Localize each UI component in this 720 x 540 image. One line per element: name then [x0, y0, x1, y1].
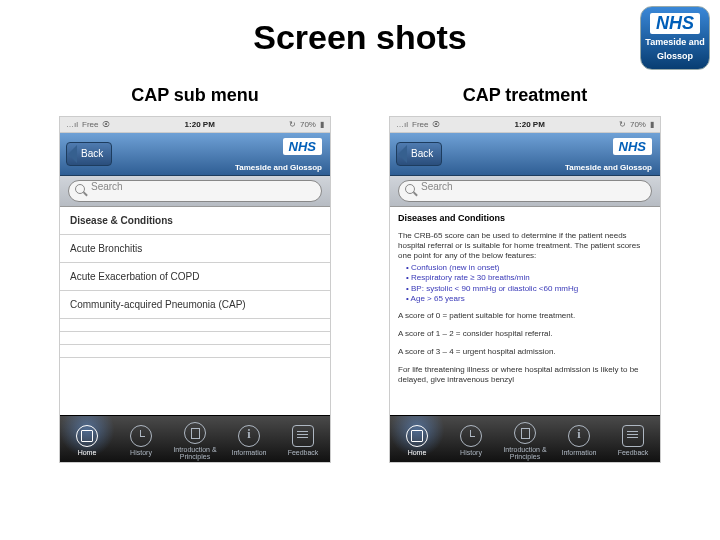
right-column: CAP treatment …ıl Free ⦿ 1:20 PM ↻ 70% ▮…: [375, 85, 675, 463]
back-button[interactable]: Back: [66, 142, 112, 166]
left-column: CAP sub menu …ıl Free ⦿ 1:20 PM ↻ 70% ▮ …: [45, 85, 345, 463]
refresh-icon: ↻: [619, 120, 626, 129]
status-bar: …ıl Free ⦿ 1:20 PM ↻ 70% ▮: [390, 117, 660, 133]
detail-bullet: Age > 65 years: [390, 294, 660, 304]
nhs-corner-logo: NHS Tameside and Glossop: [640, 6, 710, 70]
wifi-icon: ⦿: [432, 120, 440, 129]
nav-subtitle: Tameside and Glossop: [565, 163, 652, 172]
tab-history[interactable]: History: [114, 416, 168, 462]
detail-paragraph: The CRB-65 score can be used to determin…: [390, 225, 660, 263]
detail-view: Diseases and Conditions The CRB-65 score…: [390, 207, 660, 387]
menu-list: Disease & Conditions Acute Bronchitis Ac…: [60, 207, 330, 358]
history-icon: [130, 425, 152, 447]
search-bar: Search: [60, 176, 330, 207]
slide-title: Screen shots: [0, 18, 720, 57]
tab-home[interactable]: Home: [60, 416, 114, 462]
carrier-label: Free: [412, 120, 428, 129]
intro-icon: [514, 422, 536, 444]
detail-paragraph: For life threatening illness or where ho…: [390, 359, 660, 387]
tab-feedback[interactable]: Feedback: [606, 416, 660, 462]
info-icon: [568, 425, 590, 447]
back-button[interactable]: Back: [396, 142, 442, 166]
left-phone-screenshot: …ıl Free ⦿ 1:20 PM ↻ 70% ▮ Back NHS Tame…: [59, 116, 331, 463]
signal-icon: …ıl: [396, 120, 408, 129]
intro-icon: [184, 422, 206, 444]
nhs-sub1: Tameside and: [641, 38, 709, 48]
refresh-icon: ↻: [289, 120, 296, 129]
score-line: A score of 1 – 2 = consider hospital ref…: [390, 323, 660, 341]
search-placeholder: Search: [91, 181, 123, 192]
carrier-label: Free: [82, 120, 98, 129]
detail-bullet: BP: systolic < 90 mmHg or diastolic <60 …: [390, 284, 660, 294]
battery-pct: 70%: [300, 120, 316, 129]
nhs-text: NHS: [650, 13, 700, 34]
list-item-empty: [60, 332, 330, 345]
list-item-empty: [60, 319, 330, 332]
status-bar: …ıl Free ⦿ 1:20 PM ↻ 70% ▮: [60, 117, 330, 133]
search-icon: [405, 184, 415, 194]
tab-feedback[interactable]: Feedback: [276, 416, 330, 462]
history-icon: [460, 425, 482, 447]
nav-subtitle: Tameside and Glossop: [235, 163, 322, 172]
search-bar: Search: [390, 176, 660, 207]
tab-bar: Home History Introduction & Principles I…: [60, 415, 330, 462]
tab-home[interactable]: Home: [390, 416, 444, 462]
tab-intro[interactable]: Introduction & Principles: [168, 416, 222, 462]
battery-icon: ▮: [320, 120, 324, 129]
search-placeholder: Search: [421, 181, 453, 192]
nav-brand: NHS: [283, 138, 322, 155]
tab-history[interactable]: History: [444, 416, 498, 462]
search-input[interactable]: Search: [68, 180, 322, 202]
right-phone-screenshot: …ıl Free ⦿ 1:20 PM ↻ 70% ▮ Back NHS Tame…: [389, 116, 661, 463]
tab-information[interactable]: Information: [552, 416, 606, 462]
list-item[interactable]: Acute Exacerbation of COPD: [60, 263, 330, 291]
section-header: Disease & Conditions: [60, 207, 330, 235]
battery-icon: ▮: [650, 120, 654, 129]
feedback-icon: [292, 425, 314, 447]
detail-bullet: Respiratory rate ≥ 30 breaths/min: [390, 273, 660, 283]
search-icon: [75, 184, 85, 194]
tab-intro[interactable]: Introduction & Principles: [498, 416, 552, 462]
nav-bar: Back NHS Tameside and Glossop: [60, 133, 330, 176]
signal-icon: …ıl: [66, 120, 78, 129]
left-caption: CAP sub menu: [45, 85, 345, 106]
nhs-sub2: Glossop: [641, 52, 709, 62]
list-item[interactable]: Community-acquired Pneumonia (CAP): [60, 291, 330, 319]
tab-bar: Home History Introduction & Principles I…: [390, 415, 660, 462]
score-line: A score of 0 = patient suitable for home…: [390, 305, 660, 323]
list-item[interactable]: Acute Bronchitis: [60, 235, 330, 263]
search-input[interactable]: Search: [398, 180, 652, 202]
detail-bullet: Confusion (new in onset): [390, 263, 660, 273]
score-line: A score of 3 – 4 = urgent hospital admis…: [390, 341, 660, 359]
tab-information[interactable]: Information: [222, 416, 276, 462]
nav-bar: Back NHS Tameside and Glossop: [390, 133, 660, 176]
right-caption: CAP treatment: [375, 85, 675, 106]
nav-brand: NHS: [613, 138, 652, 155]
clock: 1:20 PM: [515, 120, 545, 129]
wifi-icon: ⦿: [102, 120, 110, 129]
list-item-empty: [60, 345, 330, 358]
detail-header: Diseases and Conditions: [390, 207, 660, 225]
home-icon: [406, 425, 428, 447]
feedback-icon: [622, 425, 644, 447]
info-icon: [238, 425, 260, 447]
battery-pct: 70%: [630, 120, 646, 129]
home-icon: [76, 425, 98, 447]
clock: 1:20 PM: [185, 120, 215, 129]
